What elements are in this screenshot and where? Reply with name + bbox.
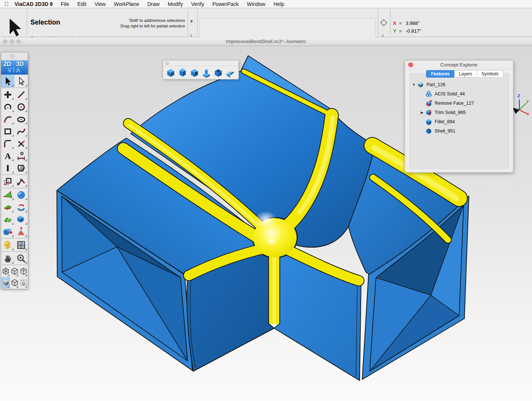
tool-thick-line-button[interactable] [1,162,14,174]
tool-sphere-button[interactable] [14,189,28,201]
axis-indicator: Z y x [511,94,531,117]
menu-item-window[interactable]: Window [247,1,265,7]
menu-item-help[interactable]: Help [273,1,284,7]
flyout-indicator [12,185,14,187]
solids-tool-solid-hole-button[interactable] [188,67,200,78]
axis-x-label: x [527,111,529,116]
concept-tab-layers[interactable]: Layers [454,70,477,78]
tool-viewports-button[interactable] [14,239,28,251]
tool-conic-button[interactable] [1,113,14,125]
tool-extrude-button[interactable] [14,225,28,238]
tool-spline-button[interactable] [14,125,28,137]
n-shell-icon [425,128,432,134]
flyout-indicator [25,98,27,100]
tool-view-wire-all-button[interactable] [1,265,10,277]
flyout-indicator [25,122,27,124]
active-tool-title: Selection [30,19,60,26]
tool-options-dropdown[interactable]: ▼ [189,19,195,24]
tool-dimension-button[interactable] [14,150,28,162]
tree-item-part-126[interactable]: ▼Part_126 [410,80,509,89]
solids-tool-solid-stud-button[interactable] [200,67,212,78]
solids-toolbar-header[interactable] [163,61,239,66]
tool-deform-button[interactable] [1,201,14,213]
solids-tool-solid-shell-button[interactable] [212,67,224,78]
solids-tool-solid-box-button[interactable] [165,67,176,78]
tool-blend-button[interactable] [1,213,14,225]
tool-zoom-button[interactable] [14,252,28,264]
flyout-indicator [12,98,14,100]
tree-item-label: Fillet_894 [435,119,455,124]
palette-close-button[interactable] [10,54,15,59]
tool-render-button[interactable] [1,239,14,251]
tool-revolve-button[interactable] [14,201,28,213]
tool-palette-header[interactable] [1,52,28,61]
menu-item-powerpack[interactable]: PowerPack [213,1,239,7]
disclosure-triangle[interactable]: ▼ [412,83,416,87]
coordinate-row-x: X=3.988" [393,19,421,27]
tool-fillet-button[interactable] [1,137,14,150]
flyout-indicator [7,286,9,288]
tool-palette: 2D 3D VIA A [1,52,28,289]
flyout-indicator [25,110,27,112]
flyout-indicator [12,134,14,137]
tool-shaded-button[interactable] [1,277,10,288]
tool-circle-button[interactable] [14,101,28,113]
menu-item-file[interactable]: File [61,1,69,7]
tool-trim-button[interactable] [14,137,28,150]
menu-item-view[interactable]: View [94,1,106,7]
menu-item-workplane[interactable]: WorkPlane [114,1,139,7]
tool-pan-button[interactable] [1,252,14,264]
tool-ellipse-button[interactable] [14,113,28,125]
tree-item-trim-solid-865[interactable]: ▶Trim Solid_865 [410,108,509,117]
tool-boolean-button[interactable] [1,225,14,238]
tool-transform-button[interactable] [1,175,14,188]
tool-rectangle-button[interactable] [1,125,14,137]
tool-edit-nodes-button[interactable] [14,175,28,188]
viacad-app:  ViaCAD 2D3D 9FileEditViewWorkPlaneDraw… [0,0,532,401]
concept-explorer-header[interactable]: Concept Explorer [405,61,513,69]
concept-tab-features[interactable]: Features [426,70,454,78]
snap-target-icon[interactable] [380,19,388,27]
tool-view-wire-button[interactable] [10,265,19,277]
flyout-indicator [12,171,14,173]
tool-select-button[interactable] [1,75,14,87]
tree-item-fillet-894[interactable]: Fillet_894 [410,117,509,126]
tool-line-button[interactable] [14,88,28,101]
tool-arc-button[interactable] [1,101,14,113]
tool-text-button[interactable]: A [1,150,14,162]
tool-wireframe-button[interactable] [10,277,19,288]
menu-item-verify[interactable]: Verify [191,1,204,7]
menu-item-edit[interactable]: Edit [77,1,86,7]
tool-render-window-button[interactable] [19,277,28,288]
axis-z-label: Z [518,94,520,98]
solids-tool-solid-extrude-button[interactable] [176,67,188,78]
document-title-bar[interactable]: ImpressiveBlendShell.vc3*--Isometric [0,37,532,46]
flyout-indicator [25,171,27,173]
tool-hatch-button[interactable] [14,162,28,174]
concept-explorer-title: Concept Explorer [405,62,513,68]
tool-surface-button[interactable] [1,189,14,201]
tree-item-acis-solid-44[interactable]: ACIS Solid_44 [410,89,509,98]
concept-tab-symbols[interactable]: Symbols [477,70,503,78]
flyout-indicator [25,134,27,137]
palette-mode-tabs: 2D 3D VIA [1,61,28,75]
disclosure-triangle[interactable]: ▶ [420,111,424,114]
solids-tool-solid-sheet-button[interactable] [224,67,236,78]
flyout-indicator [25,210,27,212]
solids-toolbar [163,60,239,79]
tool-grid: A [1,75,28,289]
solids-toolbar-close-button[interactable] [165,62,169,65]
flyout-indicator [7,274,9,276]
flyout-indicator [16,286,18,288]
menu-item-modify[interactable]: Modify [168,1,183,7]
tool-cube-button[interactable] [14,213,28,225]
tree-item-shell-951[interactable]: Shell_951 [410,126,509,136]
tool-select-open-button[interactable] [14,75,28,87]
menu-item-viacad-2d3d-9[interactable]: ViaCAD 2D3D 9 [14,1,52,7]
tool-point-button[interactable] [1,88,14,101]
menu-item-draw[interactable]: Draw [147,1,160,7]
flyout-indicator [12,198,14,200]
apple-menu-icon[interactable]:  [4,1,9,7]
tree-item-remove-face-127[interactable]: Remove Face_127 [410,98,509,108]
tool-view-wire-alt-button[interactable] [19,265,28,277]
